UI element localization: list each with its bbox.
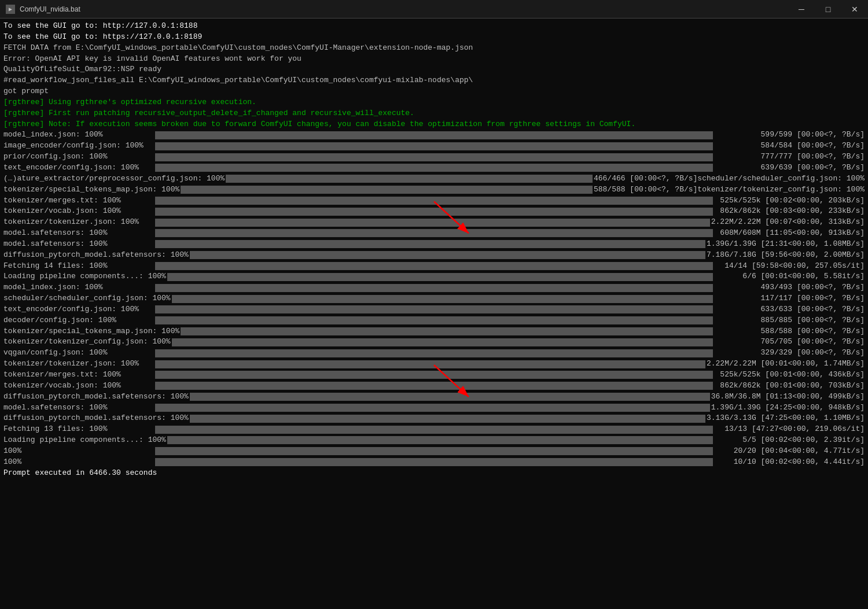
footer-line: Prompt executed in 6466.30 seconds — [3, 468, 865, 479]
progress-label: decoder/config.json: 100% — [3, 315, 154, 326]
progress-label: Fetching 14 files: 100% — [3, 261, 154, 272]
progress-bar-container — [155, 349, 713, 357]
progress-label: tokenizer/tokenizer.json: 100% — [3, 217, 154, 228]
progress-stats: 862k/862k [00:03<00:00, 233kB/s] — [714, 206, 865, 217]
progress-row: tokenizer/merges.txt: 100%525k/525k [00:… — [3, 370, 865, 381]
progress-label: 100% — [3, 446, 154, 457]
progress-bar-fill — [156, 230, 712, 237]
progress-stats: 2.22M/2.22M [00:01<00:00, 1.74MB/s] — [707, 359, 865, 370]
progress-bar-fill — [156, 448, 712, 455]
progress-bar-fill — [156, 317, 712, 324]
progress-row: model_index.json: 100%493/493 [00:00<?, … — [3, 282, 865, 293]
progress-bar-container — [155, 404, 710, 412]
progress-bar-container — [190, 393, 710, 401]
progress-row: scheduler/scheduler_config.json: 100%117… — [3, 293, 865, 304]
progress-label: tokenizer/vocab.json: 100% — [3, 206, 154, 217]
progress-stats: 1.39G/1.39G [21:31<00:00, 1.08MB/s] — [707, 239, 865, 250]
progress-bar-fill — [156, 306, 712, 313]
progress-label: model.safetensors: 100% — [3, 228, 154, 239]
progress-bar-container — [190, 415, 705, 423]
progress-row: vqgan/config.json: 100%329/329 [00:00<?,… — [3, 348, 865, 359]
progress-bar-fill — [156, 361, 705, 368]
progress-label: tokenizer/merges.txt: 100% — [3, 370, 154, 381]
progress-row: text_encoder/config.json: 100%633/633 [0… — [3, 304, 865, 315]
progress-label: Loading pipeline components...: 100% — [3, 435, 166, 446]
progress-row: tokenizer/special_tokens_map.json: 100%5… — [3, 326, 865, 337]
progress-bar-container — [155, 164, 713, 172]
progress-label: vqgan/config.json: 100% — [3, 348, 154, 359]
progress-bar-container — [155, 142, 713, 150]
progress-bar-container — [155, 305, 713, 313]
progress-stats: 117/117 [00:00<?, ?B/s] — [714, 293, 865, 304]
progress-stats: 588/588 [00:00<?, ?B/s] — [714, 326, 865, 337]
progress-bar-container — [155, 426, 713, 434]
console-line: FETCH DATA from E:\ComfyUI_windows_porta… — [3, 43, 865, 54]
progress-bar-fill — [226, 175, 592, 182]
progress-bar-container — [190, 251, 705, 259]
progress-label: Loading pipeline components...: 100% — [3, 271, 166, 282]
console-line: QualityOfLifeSuit_Omar92::NSP ready — [3, 64, 865, 75]
progress-row: diffusion_pytorch_model.safetensors: 100… — [3, 413, 865, 424]
progress-stats: 6/6 [00:01<00:00, 5.58it/s] — [714, 271, 865, 282]
console-line: To see the GUI go to: https://127.0.0.1:… — [3, 32, 865, 43]
progress-stats: 584/584 [00:00<?, ?B/s] — [714, 141, 865, 152]
progress-bar-container — [226, 175, 593, 183]
progress-stats: 608M/608M [11:05<00:00, 913kB/s] — [714, 228, 865, 239]
minimize-button[interactable]: ─ — [788, 0, 815, 19]
console-line: #read_workflow_json_files_all E:\ComfyUI… — [3, 75, 865, 86]
close-button[interactable]: ✕ — [841, 0, 868, 19]
progress-row: tokenizer/tokenizer.json: 100%2.22M/2.22… — [3, 217, 865, 228]
progress-label: tokenizer/tokenizer.json: 100% — [3, 359, 154, 370]
maximize-button[interactable]: □ — [815, 0, 841, 19]
progress-bar-fill — [156, 371, 712, 378]
progress-stats: 10/10 [00:02<00:00, 4.44it/s] — [714, 457, 865, 468]
progress-row: diffusion_pytorch_model.safetensors: 100… — [3, 250, 865, 261]
progress-label: model.safetensors: 100% — [3, 239, 154, 250]
console-output: To see the GUI go to: http://127.0.0.1:8… — [0, 19, 868, 609]
progress-bar-container — [155, 360, 705, 368]
progress-stats: 13/13 [47:27<00:00, 219.06s/it] — [714, 424, 865, 435]
progress-row: model.safetensors: 100%1.39G/1.39G [21:3… — [3, 239, 865, 250]
progress-stats: 862k/862k [00:01<00:00, 703kB/s] — [714, 381, 865, 392]
window: ▶ ComfyUI_nvidia.bat ─ □ ✕ To see the GU… — [0, 0, 868, 609]
progress-label: model_index.json: 100% — [3, 282, 154, 293]
progress-bar-fill — [172, 339, 712, 346]
progress-label: text_encoder/config.json: 100% — [3, 163, 154, 174]
progress-row: tokenizer/vocab.json: 100%862k/862k [00:… — [3, 206, 865, 217]
title-bar-text: ComfyUI_nvidia.bat — [20, 5, 80, 13]
progress-bar-fill — [190, 252, 705, 259]
progress-label: image_encoder/config.json: 100% — [3, 141, 154, 152]
progress-stats: 2.22M/2.22M [00:07<00:00, 313kB/s] — [711, 217, 865, 228]
progress-label: tokenizer/special_tokens_map.json: 100% — [3, 326, 179, 337]
progress-label: tokenizer/vocab.json: 100% — [3, 381, 154, 392]
progress-row: image_encoder/config.json: 100%584/584 [… — [3, 141, 865, 152]
progress-stats: 36.8M/36.8M [01:13<00:00, 499kB/s] — [711, 392, 865, 403]
progress-stats: 493/493 [00:00<?, ?B/s] — [714, 282, 865, 293]
progress-label: diffusion_pytorch_model.safetensors: 100… — [3, 250, 189, 261]
progress-bar-fill — [190, 393, 709, 400]
progress-stats: 639/639 [00:00<?, ?B/s] — [714, 163, 865, 174]
progress-bar-fill — [156, 241, 705, 248]
progress-bar-fill — [156, 404, 709, 411]
progress-bar-fill — [156, 382, 712, 389]
progress-bar-container — [155, 240, 705, 248]
progress-row: prior/config.json: 100%777/777 [00:00<?,… — [3, 152, 865, 163]
progress-bar-container — [155, 284, 713, 292]
progress-stats: 588/588 [00:00<?, ?B/s]tokenizer/tokeniz… — [594, 184, 865, 195]
progress-bar-fill — [156, 219, 709, 226]
progress-row: text_encoder/config.json: 100%639/639 [0… — [3, 163, 865, 174]
progress-row: diffusion_pytorch_model.safetensors: 100… — [3, 392, 865, 403]
console-line: got prompt — [3, 86, 865, 97]
progress-bar-container — [172, 295, 713, 303]
progress-bar-container — [155, 131, 713, 139]
progress-stats: 633/633 [00:00<?, ?B/s] — [714, 304, 865, 315]
console-line: [rgthree] Note: If execution seems broke… — [3, 119, 865, 130]
progress-label: scheduler/scheduler_config.json: 100% — [3, 293, 171, 304]
progress-bar-fill — [172, 296, 712, 302]
progress-bar-fill — [156, 132, 712, 139]
progress-bar-container — [155, 153, 713, 161]
progress-row: model.safetensors: 100%608M/608M [11:05<… — [3, 228, 865, 239]
progress-label: Fetching 13 files: 100% — [3, 424, 154, 435]
progress-stats: 14/14 [59:58<00:00, 257.05s/it] — [714, 261, 865, 272]
progress-row: 100%20/20 [00:04<00:00, 4.77it/s] — [3, 446, 865, 457]
